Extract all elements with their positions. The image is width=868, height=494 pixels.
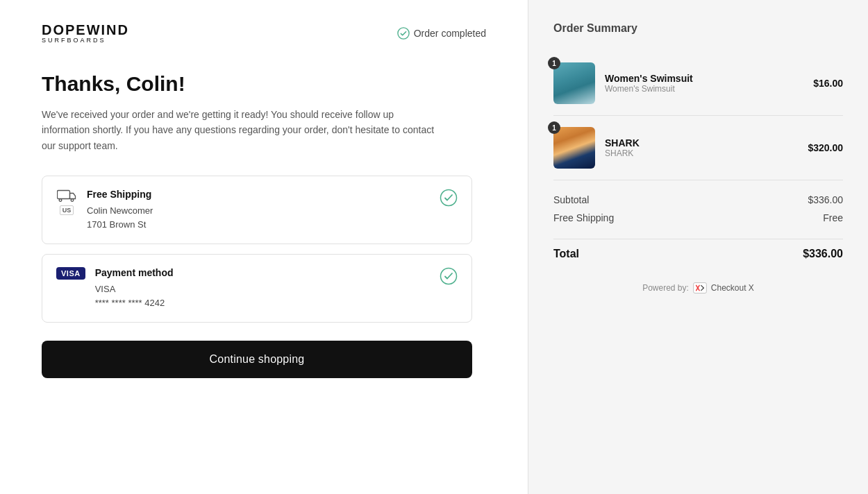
- check-circle-icon: [397, 27, 410, 40]
- item-image-wrap-shark: 1: [553, 127, 595, 169]
- swimsuit-image: [553, 62, 595, 104]
- payment-check-icon: [440, 267, 458, 285]
- checkout-x-icon: [693, 282, 707, 293]
- thanks-heading: Thanks, Colin!: [42, 72, 472, 96]
- card-number-masked: **** **** **** 4242: [95, 296, 174, 310]
- item-details-swimsuit: Women's Swimsuit Women's Swimsuit: [605, 73, 693, 94]
- subtotal-row: Subtotal $336.00: [553, 194, 843, 205]
- total-label: Total: [553, 248, 579, 260]
- total-row: Total $336.00: [553, 239, 843, 260]
- item-price-swimsuit: $16.00: [813, 78, 843, 89]
- shipping-title: Free Shipping: [87, 189, 153, 200]
- item-name-shark: SHARK: [605, 137, 640, 148]
- order-summary-title: Order Summary: [553, 22, 843, 35]
- order-item-shark: 1 SHARK SHARK $320.00: [553, 116, 843, 180]
- visa-icon-area: VISA: [56, 267, 85, 280]
- item-badge-swimsuit: 1: [548, 57, 560, 69]
- logo-main: DOPEWIND: [42, 22, 129, 37]
- svg-rect-1: [58, 191, 70, 199]
- shipping-check-icon: [440, 189, 458, 207]
- shipping-card: US Free Shipping Colin Newcomer 1701 Bro…: [42, 176, 472, 244]
- item-image-wrap-swimsuit: 1: [553, 62, 595, 104]
- truck-icon: [57, 189, 76, 203]
- item-left-swimsuit: 1 Women's Swimsuit Women's Swimsuit: [553, 62, 693, 104]
- shipping-icon-area: US: [56, 189, 77, 215]
- payment-card: VISA Payment method VISA **** **** **** …: [42, 254, 472, 323]
- svg-rect-6: [693, 282, 706, 293]
- item-badge-shark: 1: [548, 121, 560, 134]
- shipping-card-left: US Free Shipping Colin Newcomer 1701 Bro…: [56, 189, 153, 231]
- subtotal-value: $336.00: [808, 194, 843, 205]
- logo: DOPEWIND SURFBOARDS: [42, 22, 129, 44]
- powered-by: Powered by: Checkout X: [553, 282, 843, 293]
- powered-service-name: Checkout X: [711, 283, 754, 293]
- payment-title: Payment method: [95, 267, 174, 278]
- country-badge: US: [60, 205, 74, 215]
- subtotal-label: Subtotal: [553, 194, 589, 205]
- item-variant-shark: SHARK: [605, 148, 640, 158]
- powered-by-label: Powered by:: [642, 283, 689, 293]
- order-items-list: 1 Women's Swimsuit Women's Swimsuit $16.…: [553, 51, 843, 180]
- order-status-label: Order completed: [414, 28, 486, 39]
- svg-point-0: [398, 28, 409, 39]
- customer-address: 1701 Brown St: [87, 218, 153, 232]
- summary-rows: Subtotal $336.00 Free Shipping Free Tota…: [553, 194, 843, 260]
- svg-point-3: [71, 199, 74, 202]
- item-variant-swimsuit: Women's Swimsuit: [605, 84, 693, 94]
- order-item-swimsuit: 1 Women's Swimsuit Women's Swimsuit $16.…: [553, 51, 843, 116]
- shipping-row: Free Shipping Free: [553, 212, 843, 223]
- shipping-info: Free Shipping Colin Newcomer 1701 Brown …: [87, 189, 153, 231]
- right-panel: Order Summary 1 Women's Swimsuit Women's…: [528, 0, 868, 494]
- shark-image: [553, 127, 595, 169]
- shipping-label: Free Shipping: [553, 212, 614, 223]
- total-value: $336.00: [803, 248, 843, 260]
- order-status: Order completed: [397, 27, 486, 40]
- item-name-swimsuit: Women's Swimsuit: [605, 73, 693, 84]
- svg-point-5: [441, 269, 457, 284]
- item-details-shark: SHARK SHARK: [605, 137, 640, 158]
- payment-card-left: VISA Payment method VISA **** **** **** …: [56, 267, 174, 309]
- customer-name: Colin Newcomer: [87, 204, 153, 218]
- item-price-shark: $320.00: [808, 142, 843, 153]
- item-left-shark: 1 SHARK SHARK: [553, 127, 640, 169]
- card-type-label: VISA: [95, 282, 174, 296]
- shipping-value: Free: [823, 212, 843, 223]
- svg-point-2: [59, 199, 62, 202]
- continue-shopping-button[interactable]: Continue shopping: [42, 341, 472, 378]
- left-panel: DOPEWIND SURFBOARDS Order completed Than…: [0, 0, 528, 494]
- payment-info: Payment method VISA **** **** **** 4242: [95, 267, 174, 309]
- logo-sub: SURFBOARDS: [42, 37, 129, 44]
- header: DOPEWIND SURFBOARDS Order completed: [42, 22, 486, 44]
- svg-point-4: [441, 190, 457, 206]
- visa-badge: VISA: [56, 267, 85, 280]
- main-content: Thanks, Colin! We've received your order…: [42, 72, 472, 378]
- order-message: We've received your order and we're gett…: [42, 107, 444, 153]
